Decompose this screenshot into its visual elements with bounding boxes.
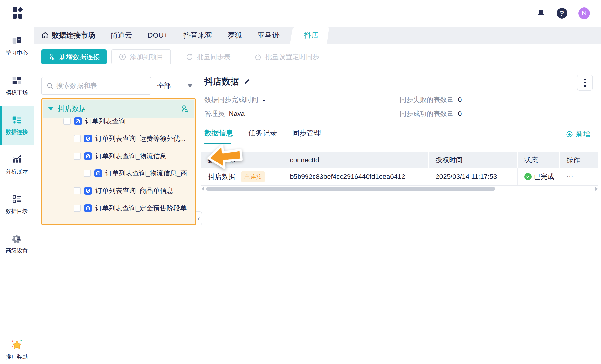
sidebar-item-promo-rewards[interactable]: 推广奖励: [0, 339, 33, 361]
tree-item[interactable]: 订单列表查询_物流信息: [42, 148, 193, 165]
tree-item-label: 订单列表查询_定金预售阶段单: [95, 204, 187, 213]
avatar[interactable]: N: [578, 8, 590, 19]
success-check-icon: [524, 173, 531, 180]
form-table-icon: [84, 152, 92, 160]
sidebar-item-label: 数据目录: [6, 207, 28, 215]
sidebar-item-analysis-display[interactable]: 分析展示: [0, 145, 33, 185]
checkbox[interactable]: [74, 153, 81, 160]
circle-plus-icon: [119, 53, 126, 61]
sidebar-item-label: 分析展示: [6, 168, 28, 175]
tree-root-label: 抖店数据: [58, 104, 86, 114]
home-icon: [41, 31, 49, 39]
tab-amazon[interactable]: 亚马逊: [258, 30, 279, 40]
button-label: 新增数据连接: [59, 52, 100, 61]
tab-label: 抖店: [304, 30, 318, 40]
checkbox[interactable]: [74, 135, 81, 142]
sidebar-item-learning-center[interactable]: 学习中心: [0, 27, 33, 66]
active-tab-underline: [204, 143, 231, 144]
table-header: 数据名称 connectId 授权时间 状态 操作: [201, 152, 598, 168]
tree-item-label: 订单列表查询_物流信息_商...: [105, 169, 193, 178]
toolbar: 新增数据连接 添加到项目 批量同步表 批量设置定时同步: [41, 49, 322, 64]
tree-item[interactable]: 订单列表查询_定金预售阶段单: [42, 200, 193, 217]
detail-tabs: 数据信息 任务记录 同步管理: [204, 128, 321, 139]
checkbox[interactable]: [74, 187, 81, 194]
tree-item[interactable]: 订单列表查询_商品单信息: [42, 182, 193, 199]
col-header-action: 操作: [560, 152, 598, 168]
sidebar-item-advanced-settings[interactable]: 高级设置: [0, 224, 33, 264]
edit-pencil-icon[interactable]: [243, 78, 250, 85]
button-label: 新增: [576, 129, 590, 139]
horizontal-scrollbar[interactable]: [201, 186, 598, 191]
col-header-auth-time: 授权时间: [429, 152, 518, 168]
help-icon[interactable]: ?: [557, 8, 567, 19]
tree-item[interactable]: 订单列表查询: [42, 113, 193, 130]
left-sidebar: 学习中心 模板市场 数据连接 分析展示 数据目录 高级设置 推广奖励: [0, 27, 34, 364]
tab-sync-management[interactable]: 同步管理: [292, 128, 321, 139]
form-table-icon: [84, 135, 92, 142]
scroll-right-icon[interactable]: [595, 187, 598, 191]
tree-item-label: 订单列表查询_商品单信息: [95, 186, 173, 195]
analysis-display-icon: [11, 155, 22, 164]
checkbox[interactable]: [84, 170, 91, 177]
button-label: 批量同步表: [197, 52, 230, 61]
main-content: 抖店数据 数据同步完成时间 - 同步失败的表数量 0 管理员 Naya 同步成功…: [196, 72, 601, 364]
filter-value: 全部: [155, 81, 171, 90]
sidebar-item-data-connection[interactable]: 数据连接: [0, 106, 33, 145]
auth-key-icon[interactable]: [180, 104, 189, 113]
checkbox[interactable]: [74, 205, 81, 212]
new-data-connection-button[interactable]: 新增数据连接: [41, 49, 107, 64]
stat-value: 0: [458, 96, 462, 104]
stat-label: 同步成功的表数量: [400, 109, 454, 118]
sync-icon: [186, 53, 193, 61]
sidebar-item-label: 推广奖励: [6, 353, 28, 361]
filter-dropdown[interactable]: 全部: [155, 77, 194, 95]
add-to-project-button[interactable]: 添加到项目: [111, 49, 171, 64]
tree-item[interactable]: 订单列表查询_运费等额外优...: [42, 130, 193, 147]
top-bar: ? N: [0, 0, 601, 27]
tabs-divider: [204, 144, 593, 144]
batch-sync-tables-button[interactable]: 批量同步表: [183, 49, 233, 64]
tab-task-records[interactable]: 任务记录: [248, 128, 277, 139]
cell-row-actions[interactable]: ⋯: [560, 168, 598, 185]
scrollbar-thumb[interactable]: [206, 187, 495, 191]
tab-saihu[interactable]: 赛狐: [228, 30, 242, 40]
tab-label: 数据连接市场: [52, 30, 95, 40]
sidebar-item-label: 高级设置: [6, 247, 28, 254]
logo-divider: [28, 8, 28, 19]
more-options-button[interactable]: [577, 75, 593, 91]
sidebar-item-label: 模板市场: [6, 89, 28, 96]
scroll-left-icon[interactable]: [201, 187, 204, 191]
tab-douyin-laike[interactable]: 抖音来客: [183, 30, 212, 40]
tab-dou-plus[interactable]: DOU+: [148, 31, 168, 39]
notification-bell-icon[interactable]: [536, 9, 546, 18]
promo-star-icon: [11, 339, 23, 351]
sidebar-item-data-catalog[interactable]: 数据目录: [0, 185, 33, 224]
form-table-icon: [84, 204, 92, 212]
stats-row: 数据同步完成时间 - 同步失败的表数量 0: [204, 96, 593, 104]
button-label: 批量设置定时同步: [265, 52, 319, 61]
connection-table: 数据名称 connectId 授权时间 状态 操作 抖店数据 主连接 b5b99…: [201, 152, 598, 186]
sidebar-item-template-market[interactable]: 模板市场: [0, 66, 33, 106]
stat-value: Naya: [229, 110, 245, 118]
cell-data-name: 抖店数据: [208, 172, 235, 181]
template-market-icon: [11, 76, 22, 85]
status-badge: 已完成: [524, 172, 554, 181]
table-row[interactable]: 抖店数据 主连接 b5b992c83bef4cc2916440fd1eea641…: [201, 168, 598, 186]
tree-item[interactable]: 订单列表查询_物流信息_商...: [42, 165, 193, 182]
page-title: 抖店数据: [204, 76, 239, 88]
expander-down-icon[interactable]: [48, 107, 54, 110]
stats-row: 管理员 Naya 同步成功的表数量 0: [204, 109, 593, 118]
form-table-icon: [74, 118, 82, 125]
tab-data-connection-market[interactable]: 数据连接市场: [41, 30, 95, 40]
tab-data-info[interactable]: 数据信息: [204, 128, 233, 139]
tab-doudian-active[interactable]: 抖店: [293, 27, 330, 44]
checkbox[interactable]: [63, 118, 71, 125]
search-input[interactable]: [56, 82, 143, 90]
sidebar-item-label: 学习中心: [6, 49, 28, 57]
status-text: 已完成: [534, 172, 554, 181]
tab-jiandaoyun[interactable]: 简道云: [110, 30, 132, 40]
app-logo-icon[interactable]: [12, 7, 23, 19]
timer-icon: [254, 53, 262, 61]
add-new-button[interactable]: 新增: [566, 129, 590, 139]
batch-schedule-sync-button[interactable]: 批量设置定时同步: [252, 49, 322, 64]
